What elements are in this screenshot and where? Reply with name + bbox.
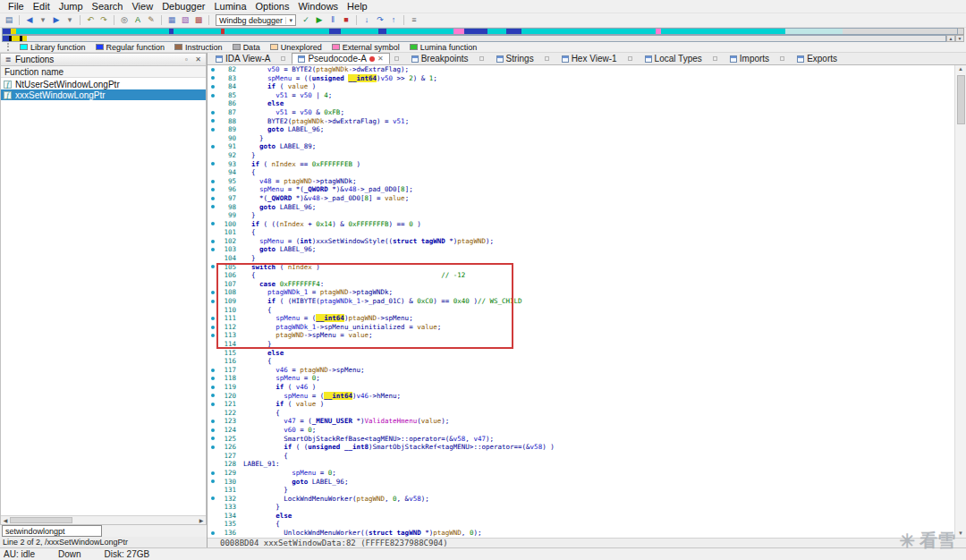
code-line[interactable]: 129 spMenu = 0; [208,469,954,478]
code-line[interactable]: 132 LockWndMenuWorker(ptagWND, 0, &v58); [208,495,954,504]
code-line[interactable]: 103 goto LABEL_96; [208,245,954,254]
navigation-band-zoom[interactable] [2,35,946,42]
undo-icon[interactable]: ↶ [84,14,97,26]
scroll-left-icon[interactable]: ◀ [1,517,10,523]
code-line[interactable]: 99 } [208,211,954,220]
code-line[interactable]: 114 } [208,340,954,349]
navband-up-icon[interactable]: ▲ [946,35,955,42]
code-line[interactable]: 136 UnlockWndMenuWorker((struct tagWND *… [208,529,954,538]
code-line[interactable]: 126 if ( (unsigned __int8)SmartObjStackR… [208,443,954,452]
code-line[interactable]: 135 { [208,520,954,529]
code-line[interactable]: 122 { [208,409,954,418]
code-line[interactable]: 121 if ( value ) [208,400,954,409]
code-line[interactable]: 119 if ( v46 ) [208,383,954,392]
code-line[interactable]: 112 ptagWNDk_1->spMenu_uninitialized = v… [208,323,954,332]
code-line[interactable]: 100 if ( ((nIndex + 0x14) & 0xFFFFFFFB) … [208,220,954,229]
close-panel-icon[interactable]: ✕ [193,55,203,64]
save-icon[interactable]: ▤ [3,14,15,26]
code-line[interactable]: 92 } [208,151,954,160]
navband-handle[interactable] [958,28,964,35]
step-over-icon[interactable]: ↷ [374,14,386,26]
menu-item-edit[interactable]: Edit [29,1,55,12]
tab-breakpoints[interactable]: Breakpoints [405,53,475,64]
menu-item-help[interactable]: Help [343,1,372,12]
navigation-band-row1[interactable] [2,28,964,35]
forward-icon[interactable]: ▶ [50,14,63,26]
redo-icon[interactable]: ↷ [97,14,110,26]
code-line[interactable]: 83 spMenu = ((unsigned __int64)v50 >> 2)… [208,74,954,83]
code-line[interactable]: 124 v60 = 0; [208,426,954,435]
code-line[interactable]: 93 if ( nIndex == 0xFFFFFFEB ) [208,160,954,169]
menu-item-windows[interactable]: Windows [293,1,343,12]
code-line[interactable]: 88 BYTE2(ptagWNDk->dwExtraFlag) = v51; [208,117,954,126]
menu-item-jump[interactable]: Jump [55,1,88,12]
start-debug-icon[interactable]: ▶ [313,14,326,26]
code-line[interactable]: 113 ptagWND->spMenu = value; [208,331,954,340]
code-line[interactable]: 98 goto LABEL_96; [208,203,954,212]
code-line[interactable]: 105 switch ( nIndex ) [208,263,954,272]
debugger-selector[interactable]: Windbg debugger▾ [216,14,296,26]
stop-debug-icon[interactable]: ■ [340,14,352,26]
code-line[interactable]: 128LABEL_91: [208,460,954,469]
tab-imports[interactable]: Imports [724,53,775,64]
run-until-return-icon[interactable]: ↑ [387,14,400,26]
code-line[interactable]: 125 SmartObjStackRefBase<tagMENU>::opera… [208,435,954,444]
function-list-item[interactable]: fxxxSetWindowLongPtr [1,89,206,100]
code-line[interactable]: 133 } [208,503,954,512]
code-line[interactable]: 108 ptagWNDk_1 = ptagWND->ptagWNDk; [208,288,954,297]
tab-ida-view-a[interactable]: IDA View-A [209,53,276,64]
edit-icon[interactable]: ✎ [145,14,157,26]
code-line[interactable]: 118 spMenu = 0; [208,374,954,383]
navigation-band-row2[interactable]: ▲ ▼ [2,35,964,42]
back-dropdown-icon[interactable]: ▾ [37,14,49,26]
tab-strings[interactable]: Strings [490,53,540,64]
tab-local-types[interactable]: Local Types [639,53,708,64]
code-line[interactable]: 115 else [208,349,954,358]
code-line[interactable]: 101 { [208,228,954,237]
menu-item-options[interactable]: Options [251,1,294,12]
code-line[interactable]: 84 if ( value ) [208,82,954,91]
code-line[interactable]: 104 } [208,254,954,263]
menu-item-lumina[interactable]: Lumina [209,1,250,12]
scroll-down-icon[interactable]: ▼ [958,530,963,538]
scroll-right-icon[interactable]: ▶ [197,517,206,523]
debugger-options-icon[interactable]: ✓ [300,14,312,26]
breakpoint-list-icon[interactable]: ≡ [408,14,420,26]
step-into-icon[interactable]: ↓ [360,14,373,26]
code-line[interactable]: 86 else [208,99,954,108]
code-line[interactable]: 94 { [208,168,954,177]
panel-menu-icon[interactable]: ≣ [4,55,13,64]
code-line[interactable]: 87 v51 = v50 & 0xFB; [208,108,954,117]
tab-exports[interactable]: Exports [791,53,843,64]
code-line[interactable]: 102 spMenu = (int)xxxSetWindowStyle((str… [208,237,954,246]
menu-item-file[interactable]: File [4,1,29,12]
function-list-item[interactable]: fNtUserSetWindowLongPtr [1,79,206,89]
code-line[interactable]: 91 goto LABEL_89; [208,142,954,151]
float-window-icon[interactable]: ▫ [182,55,191,64]
code-line[interactable]: 97 *(_QWORD *)&v48->_pad_0D0[8] = value; [208,194,954,203]
code-line[interactable]: 127 { [208,452,954,461]
forward-dropdown-icon[interactable]: ▾ [64,14,76,26]
menu-item-search[interactable]: Search [88,1,128,12]
menu-item-view[interactable]: View [127,1,157,12]
tab-hex-view-1[interactable]: Hex View-1 [555,53,623,64]
functions-horizontal-scrollbar[interactable]: ◀ ▶ [1,515,206,524]
segments-icon[interactable]: ▩ [192,14,205,26]
enums-icon[interactable]: ▧ [179,14,191,26]
code-line[interactable]: 116 { [208,357,954,366]
close-tab-icon[interactable]: ✕ [377,55,384,63]
navband-down-icon[interactable]: ▼ [955,35,964,42]
search-icon[interactable]: ◎ [118,14,131,26]
code-line[interactable]: 123 v47 = (_MENU_USER *)ValidateHmenu(va… [208,417,954,426]
navigation-band[interactable] [2,28,958,35]
functions-filter-input[interactable]: setwindowlongpt [2,525,102,537]
code-line[interactable]: 120 spMenu = (__int64)v46->hMenu; [208,392,954,401]
tab-pseudocode-a[interactable]: Pseudocode-A✕ [292,53,389,64]
scrollbar-thumb[interactable] [957,75,965,124]
code-line[interactable]: 111 spMenu = (__int64)ptagWND->spMenu; [208,314,954,323]
code-line[interactable]: 110 { [208,306,954,315]
code-line[interactable]: 134 else [208,512,954,521]
structs-icon[interactable]: ▦ [165,14,178,26]
code-line[interactable]: 117 v46 = ptagWND->spMenu; [208,366,954,375]
pseudocode-view[interactable]: 82 v50 = BYTE2(ptagWNDk->dwExtraFlag);83… [208,65,966,538]
